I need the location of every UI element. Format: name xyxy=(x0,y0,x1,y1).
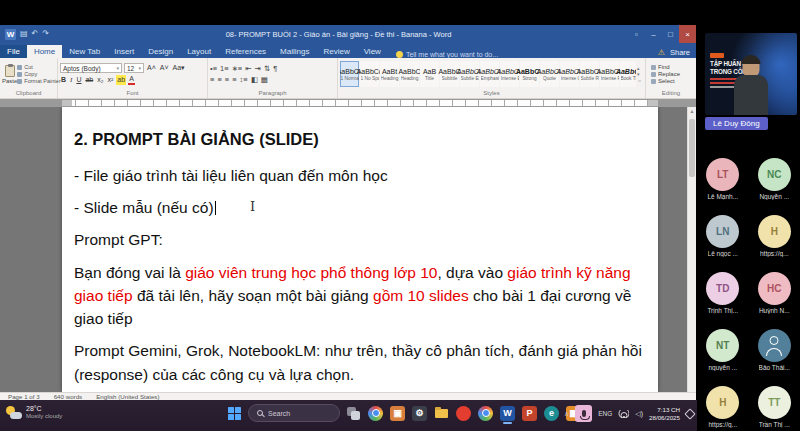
font-color-button[interactable]: A xyxy=(128,75,135,85)
replace-button[interactable]: Replace xyxy=(651,71,694,77)
powerpoint-icon[interactable]: P xyxy=(522,406,537,421)
file-explorer-icon[interactable] xyxy=(434,406,449,421)
ribbon-display-options-button[interactable]: ▫ xyxy=(628,25,645,43)
participant-tile[interactable]: HCHuỳnh N... xyxy=(750,272,798,314)
paste-button[interactable]: Paste xyxy=(2,59,17,89)
borders-button[interactable]: ▦ xyxy=(261,75,268,84)
close-button[interactable]: × xyxy=(679,25,696,43)
find-button[interactable]: Find xyxy=(651,64,694,70)
justify-button[interactable]: ≡ xyxy=(232,75,236,84)
clock[interactable]: 7:13 CH 28/06/2025 xyxy=(649,406,680,420)
participant-tile[interactable]: LTLê Mạnh... xyxy=(699,158,747,200)
ribbon-tab-new-tab[interactable]: New Tab xyxy=(62,45,107,58)
participant-tile[interactable]: NTnguyễn ... xyxy=(699,329,747,371)
doc-paragraph[interactable]: Prompt GPT: xyxy=(74,228,646,251)
doc-paragraph[interactable]: - File giáo trình tài liệu liên quan đến… xyxy=(74,164,646,187)
edge-dev-icon[interactable]: e xyxy=(544,406,559,421)
word-icon[interactable]: W xyxy=(500,406,515,421)
font-size-select[interactable]: 12▾ xyxy=(124,63,144,73)
participant-tile[interactable]: NCNguyễn ... xyxy=(750,158,798,200)
align-center-button[interactable]: ≡ xyxy=(217,75,221,84)
line-spacing-button[interactable]: ↕≡ xyxy=(240,75,248,84)
settings-icon[interactable]: ⚙ xyxy=(412,406,427,421)
volume-icon[interactable]: ◁) xyxy=(635,410,643,418)
style-heading-1[interactable]: AaBtHeading 1 xyxy=(380,61,399,87)
record-icon[interactable] xyxy=(456,406,471,421)
ribbon-tab-view[interactable]: View xyxy=(357,45,388,58)
align-left-button[interactable]: ≡ xyxy=(210,75,214,84)
strikethrough-button[interactable]: ab xyxy=(84,75,94,85)
change-case-button[interactable]: Aa▾ xyxy=(172,63,186,73)
page-indicator[interactable]: Page 1 of 3 xyxy=(8,393,40,400)
doc-paragraph[interactable]: - Slide mẫu (nếu có) xyxy=(74,196,646,219)
doc-paragraph[interactable]: Prompt Gemini, Grok, NotebookLM: như trê… xyxy=(74,339,646,386)
horizontal-ruler[interactable] xyxy=(0,99,696,107)
styles-gallery-scroll[interactable]: ▴▾＝ xyxy=(636,59,643,89)
share-button[interactable]: Share xyxy=(670,48,690,57)
ribbon-tab-design[interactable]: Design xyxy=(141,45,180,58)
ribbon-tab-review[interactable]: Review xyxy=(316,45,356,58)
language-indicator[interactable]: English (United States) xyxy=(96,393,159,400)
notification-icon[interactable] xyxy=(684,408,695,419)
ribbon-tab-layout[interactable]: Layout xyxy=(180,45,218,58)
italic-button[interactable]: I xyxy=(69,75,73,85)
vertical-scrollbar[interactable]: ▲ xyxy=(687,107,696,392)
scrollbar-thumb[interactable] xyxy=(689,119,695,177)
superscript-button[interactable]: x² xyxy=(106,75,114,85)
chrome-icon[interactable] xyxy=(478,406,493,421)
participant-tile[interactable]: TDTrịnh Thị... xyxy=(699,272,747,314)
wifi-icon[interactable] xyxy=(618,410,629,418)
participant-tile[interactable]: LNLê ngọc ... xyxy=(699,215,747,257)
undo-button[interactable]: ↶ xyxy=(32,30,39,38)
ribbon-tab-insert[interactable]: Insert xyxy=(107,45,141,58)
numbering-button[interactable]: 1≡ xyxy=(220,64,229,73)
subscript-button[interactable]: x₂ xyxy=(96,75,104,85)
highlight-color-button[interactable]: ab xyxy=(116,75,126,85)
scroll-up-icon[interactable]: ▲ xyxy=(688,107,696,115)
grow-font-button[interactable]: A˄ xyxy=(146,63,157,73)
ribbon-tab-references[interactable]: References xyxy=(218,45,273,58)
style-book-title[interactable]: AaBbCcBook Title xyxy=(620,61,636,87)
bullets-button[interactable]: •≡ xyxy=(210,64,217,73)
style-title[interactable]: AaBTitle xyxy=(420,61,439,87)
language-switcher[interactable]: ENG xyxy=(598,410,612,417)
align-right-button[interactable]: ≡ xyxy=(225,75,229,84)
microphone-indicator[interactable] xyxy=(575,405,592,422)
doc-paragraph[interactable]: 2. PROMPT BÀI GIẢNG (SLIDE) xyxy=(74,127,646,152)
select-button[interactable]: Select xyxy=(651,78,694,84)
multilevel-list-button[interactable]: ∗≡ xyxy=(232,64,243,73)
copy-button[interactable]: Copy xyxy=(17,71,60,77)
shading-button[interactable]: ◧ xyxy=(251,75,258,84)
increase-indent-button[interactable]: ⇥ xyxy=(255,64,261,73)
participant-tile[interactable]: Hhttps://g... xyxy=(750,215,798,257)
word-count[interactable]: 640 words xyxy=(54,393,83,400)
maximize-button[interactable]: □ xyxy=(662,25,679,43)
tell-me-box[interactable]: Tell me what you want to do... xyxy=(388,51,652,58)
show-paragraph-marks-button[interactable]: ¶ xyxy=(273,64,277,73)
participant-tile[interactable]: Hhttps://g... xyxy=(699,386,747,428)
shrink-font-button[interactable]: A˅ xyxy=(159,63,170,73)
font-name-select[interactable]: Aptos (Body)▾ xyxy=(60,63,122,73)
redo-button[interactable]: ↷ xyxy=(42,30,49,38)
participant-tile[interactable]: Bảo Thái... xyxy=(750,329,798,371)
taskbar-search[interactable]: Search xyxy=(248,404,340,422)
doc-paragraph[interactable]: Bạn đóng vai là giáo viên trung học phổ … xyxy=(74,261,646,331)
sort-button[interactable]: ⇅ xyxy=(264,64,270,73)
task-view-icon[interactable] xyxy=(346,406,361,421)
minimize-button[interactable]: – xyxy=(645,25,662,43)
document-page[interactable]: 2. PROMPT BÀI GIẢNG (SLIDE)- File giáo t… xyxy=(62,107,658,392)
underline-button[interactable]: U xyxy=(75,75,82,85)
bold-button[interactable]: B xyxy=(60,75,67,85)
cut-button[interactable]: Cut xyxy=(17,64,60,70)
style-heading-2[interactable]: AaBbCHeading 2 xyxy=(400,61,419,87)
start-button[interactable] xyxy=(227,406,242,421)
speaker-video-tile[interactable]: TẬP HUẤN ỨNG TRONG CÔNG V xyxy=(705,33,797,115)
weather-widget[interactable]: 28°C Mostly cloudy xyxy=(6,405,62,419)
style-1-no-spac-[interactable]: AaBbCc1 No Spac... xyxy=(360,61,379,87)
decrease-indent-button[interactable]: ⇤ xyxy=(245,64,251,73)
tray-expand-icon[interactable]: ∧ xyxy=(564,410,569,418)
microsoft-store-icon[interactable]: ▣ xyxy=(390,406,405,421)
ribbon-tab-home[interactable]: Home xyxy=(27,45,62,58)
participant-tile[interactable]: TTTrần Thị ... xyxy=(750,386,798,428)
ribbon-tab-mailings[interactable]: Mailings xyxy=(273,45,316,58)
